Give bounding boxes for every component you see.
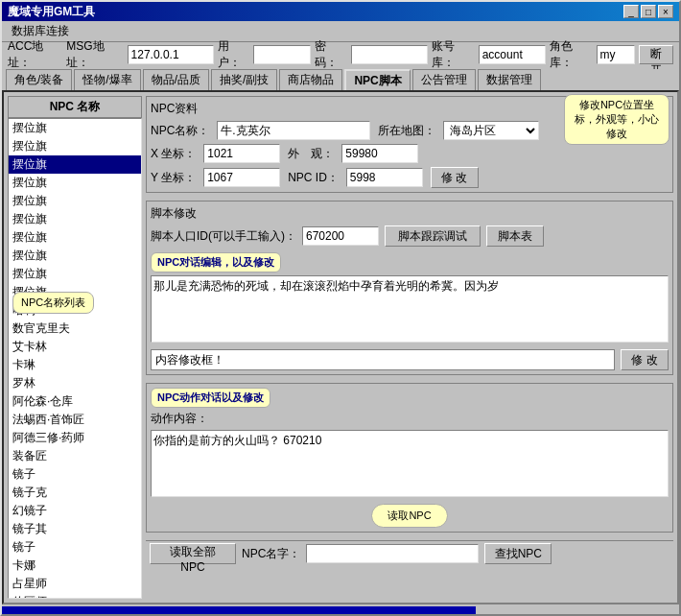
npc-info-wrapper: NPC资料 NPC名称： 所在地图： 海岛片区 X 坐标： 外 观： [146, 96, 673, 197]
npc-info-modify-button[interactable]: 修 改 [431, 167, 479, 188]
right-panel: NPC资料 NPC名称： 所在地图： 海岛片区 X 坐标： 外 观： [146, 96, 673, 599]
npc-list-item[interactable]: 摆位旗 [9, 228, 141, 247]
npc-name-tooltip: NPC名称列表 [12, 292, 94, 314]
npc-list-panel: NPC 名称 摆位旗摆位旗摆位旗摆位旗摆位旗摆位旗摆位旗摆位旗摆位旗摆位旗哈利数… [8, 96, 142, 599]
script-section: 脚本修改 脚本人口ID(可以手工输入)： 脚本跟踪调试 脚本表 NPC对话编辑，… [146, 201, 673, 375]
read-all-npc-button[interactable]: 读取全部NPC [150, 543, 236, 564]
maximize-button[interactable]: □ [641, 5, 656, 18]
read-npc-tooltip: 读取NPC [371, 504, 447, 528]
npc-list-item[interactable]: 阿德三修·药师 [9, 429, 141, 447]
npc-name-input[interactable] [217, 121, 370, 140]
npc-list-item[interactable]: 镜子 [9, 538, 141, 557]
npc-name-label: NPC名称： [151, 123, 209, 139]
look-label: 外 观： [288, 146, 334, 162]
tab-monster-drop[interactable]: 怪物/爆率 [74, 69, 140, 90]
tab-bar: 角色/装备 怪物/爆率 物品/品质 抽奖/副技 商店物品 NPC脚本 公告管理 … [2, 69, 679, 90]
pass-label: 密码： [315, 38, 347, 71]
role-input[interactable] [597, 45, 635, 64]
dialog-content-textarea[interactable]: 那儿是充满恐怖的死域，却在滚滚烈焰中孕育着光明的希冀。因为岁 [151, 275, 669, 343]
tab-lottery[interactable]: 抽奖/副技 [211, 69, 277, 90]
content-modify-label: 内容修改框！ [151, 349, 615, 370]
db-input[interactable] [479, 45, 546, 64]
action-title: NPC动作对话以及修改 [151, 388, 270, 408]
modify-tooltip: 修改NPC位置坐标，外观等，小心修改 [564, 94, 669, 145]
npc-list-item[interactable]: 阿伦森·仓库 [9, 392, 141, 411]
action-content-textarea[interactable]: 你指的是前方的火山吗？ 670210 [151, 430, 669, 497]
npc-list-item[interactable]: 法蜴西·首饰匠 [9, 411, 141, 429]
script-id-label: 脚本人口ID(可以手工输入)： [151, 228, 296, 245]
user-label: 用户： [218, 38, 250, 71]
search-npc-button[interactable]: 查找NPC [484, 543, 552, 564]
npc-list-item[interactable]: 镜子其 [9, 520, 141, 538]
title-bar: 魔域专用GM工具 _ □ × [2, 2, 679, 21]
window-title: 魔域专用GM工具 [8, 4, 95, 20]
minimize-button[interactable]: _ [623, 5, 639, 18]
script-table-button[interactable]: 脚本表 [486, 225, 544, 247]
ip-input[interactable] [128, 45, 214, 64]
npc-list-item[interactable]: 摆位旗 [9, 192, 141, 210]
npc-list-item[interactable]: 装备匠 [9, 447, 141, 465]
npc-list-item[interactable]: 摆位旗 [9, 119, 141, 137]
npc-list-item[interactable]: 镜子 [9, 465, 141, 484]
x-input[interactable] [203, 144, 280, 163]
tab-npc-script[interactable]: NPC脚本 [344, 69, 410, 90]
npc-list-item[interactable]: 摆位旗 [9, 247, 141, 265]
main-content: NPC 名称 摆位旗摆位旗摆位旗摆位旗摆位旗摆位旗摆位旗摆位旗摆位旗摆位旗哈利数… [2, 90, 679, 604]
npc-list-item[interactable]: 占星师 [9, 575, 141, 593]
npc-list-header: NPC 名称 [8, 96, 142, 118]
tab-announcement[interactable]: 公告管理 [412, 69, 476, 90]
dialog-edit-tooltip: NPC对话编辑，以及修改 [151, 252, 281, 272]
action-title-wrapper: NPC动作对话以及修改 [151, 388, 669, 411]
npc-id-input[interactable] [346, 168, 423, 187]
ip-label: MSG地址： [66, 38, 123, 71]
role-label: 角色库： [550, 38, 593, 71]
npc-list-item[interactable]: 艾卡林 [9, 338, 141, 356]
y-label: Y 坐标： [151, 170, 196, 186]
user-input[interactable] [253, 45, 311, 64]
close-button[interactable]: × [658, 5, 673, 18]
tab-data-management[interactable]: 数据管理 [478, 69, 541, 90]
npc-list-item[interactable]: 摆位旗 [9, 265, 141, 283]
npc-list-item[interactable]: 摆位旗 [9, 174, 141, 192]
status-bar [2, 606, 679, 614]
npc-list-item[interactable]: 摆位旗 [9, 155, 141, 174]
action-label: 动作内容： [151, 412, 208, 425]
map-label: 所在地图： [378, 123, 435, 139]
main-window: 魔域专用GM工具 _ □ × 数据库连接 ACC地址： MSG地址： 用户： 密… [0, 0, 681, 616]
connect-button[interactable]: 断开 [639, 45, 673, 64]
tab-role-equipment[interactable]: 角色/装备 [6, 69, 72, 90]
x-label: X 坐标： [151, 146, 196, 162]
npc-list-item[interactable]: 镜子克 [9, 484, 141, 502]
npc-name-search-input[interactable] [306, 544, 479, 563]
npc-list-item[interactable]: 佐匠师 [9, 593, 141, 599]
npc-list-item[interactable]: 卡娜 [9, 557, 141, 575]
debug-button[interactable]: 脚本跟踪调试 [385, 225, 481, 247]
tab-item-quality[interactable]: 物品/品质 [143, 69, 209, 90]
npc-list[interactable]: 摆位旗摆位旗摆位旗摆位旗摆位旗摆位旗摆位旗摆位旗摆位旗摆位旗哈利数官克里夫艾卡林… [8, 118, 142, 599]
script-modify-button[interactable]: 修 改 [621, 349, 669, 370]
acc-label: ACC地址： [8, 38, 62, 71]
acc-bar: ACC地址： MSG地址： 用户： 密码： 账号库： 角色库： 断开 [2, 42, 679, 67]
npc-list-item[interactable]: 数官克里夫 [9, 320, 141, 338]
npc-list-item[interactable]: 幻镜子 [9, 502, 141, 520]
script-title: 脚本修改 [151, 205, 669, 222]
dialog-edit-wrapper: NPC对话编辑，以及修改 [151, 252, 669, 275]
npc-list-item[interactable]: 卡琳 [9, 356, 141, 374]
tab-shop[interactable]: 商店物品 [279, 69, 342, 90]
bottom-bar: 读取全部NPC NPC名字： 查找NPC [146, 540, 673, 566]
y-input[interactable] [203, 168, 280, 187]
db-label: 账号库： [432, 38, 475, 71]
map-select[interactable]: 海岛片区 [443, 121, 539, 140]
script-id-input[interactable] [302, 226, 379, 246]
look-input[interactable] [341, 144, 418, 163]
npc-id-label: NPC ID： [288, 170, 339, 186]
npc-list-item[interactable]: 摆位旗 [9, 210, 141, 228]
npc-list-item[interactable]: 摆位旗 [9, 137, 141, 155]
npc-name-label: NPC名字： [242, 546, 300, 562]
title-buttons: _ □ × [623, 5, 673, 18]
action-section: NPC动作对话以及修改 动作内容： 你指的是前方的火山吗？ 670210 读取N… [146, 383, 673, 533]
pass-input[interactable] [351, 45, 428, 64]
npc-list-item[interactable]: 罗林 [9, 374, 141, 392]
